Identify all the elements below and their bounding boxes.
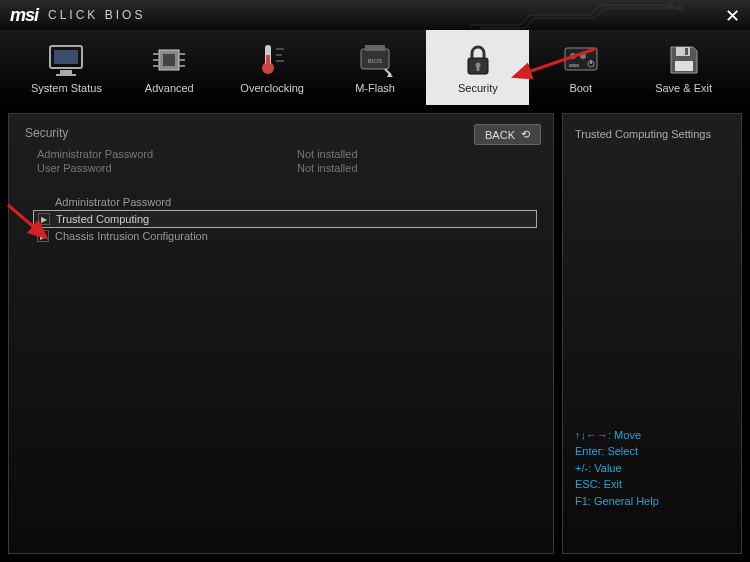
svg-rect-16 [266,55,270,67]
tab-label: Security [458,82,498,94]
submenu-arrow-icon: ▶ [37,230,49,242]
svg-rect-35 [675,61,693,71]
tab-boot[interactable]: Boot [529,30,632,105]
tab-label: Save & Exit [655,82,712,94]
tab-system-status[interactable]: System Status [15,30,118,105]
svg-rect-5 [54,50,78,64]
svg-rect-4 [56,74,76,76]
lock-icon [456,42,500,78]
tab-label: Boot [569,82,592,94]
disk-icon [662,42,706,78]
help-key-line: F1: General Help [575,493,729,510]
tab-save-exit[interactable]: Save & Exit [632,30,735,105]
brand-block: msi CLICK BIOS [10,5,145,26]
svg-rect-30 [569,64,579,67]
svg-rect-21 [365,45,385,51]
submenu-arrow-icon: ▶ [38,213,50,225]
menu-admin-password[interactable]: Administrator Password [33,194,537,210]
flash-icon: BIOS [353,42,397,78]
nav-tabs: System Status Advanced Overclocking BIOS… [0,30,750,105]
tab-label: Advanced [145,82,194,94]
menu-chassis-intrusion[interactable]: ▶ Chassis Intrusion Configuration [33,228,537,244]
pw-row-admin: Administrator Password Not installed [37,148,537,160]
monitor-icon [44,42,88,78]
tab-label: M-Flash [355,82,395,94]
menu-label: Chassis Intrusion Configuration [55,230,208,242]
chip-icon [147,42,191,78]
svg-text:BIOS: BIOS [368,58,382,64]
help-key-line: ESC: Exit [575,476,729,493]
pw-label: User Password [37,162,297,174]
svg-rect-34 [685,48,688,55]
tab-overclocking[interactable]: Overclocking [221,30,324,105]
tab-m-flash[interactable]: BIOS M-Flash [324,30,427,105]
help-panel: Trusted Computing Settings ↑↓←→: Move En… [562,113,742,554]
back-button[interactable]: BACK ⟲ [474,124,541,145]
msi-logo: msi [10,5,38,26]
svg-rect-7 [163,54,175,66]
tab-label: Overclocking [240,82,304,94]
pw-value: Not installed [297,162,358,174]
help-title: Trusted Computing Settings [575,128,729,140]
help-key-line: ↑↓←→: Move [575,427,729,444]
pw-row-user: User Password Not installed [37,162,537,174]
menu-label: Administrator Password [55,196,171,208]
pw-label: Administrator Password [37,148,297,160]
svg-point-29 [580,53,586,59]
section-title: Security [25,126,537,140]
content-area: BACK ⟲ Security Administrator Password N… [0,105,750,562]
close-icon[interactable]: ✕ [725,5,740,27]
pw-value: Not installed [297,148,358,160]
back-arrow-icon: ⟲ [521,128,530,141]
help-key-line: Enter: Select [575,443,729,460]
tab-label: System Status [31,82,102,94]
svg-rect-3 [60,70,72,74]
help-key-line: +/-: Value [575,460,729,477]
tab-advanced[interactable]: Advanced [118,30,221,105]
svg-point-28 [570,53,576,59]
title-bar: msi CLICK BIOS ✕ [0,0,750,30]
back-label: BACK [485,129,515,141]
svg-rect-26 [476,66,479,71]
bios-title: CLICK BIOS [48,8,145,22]
boot-icon [559,42,603,78]
thermometer-icon [250,42,294,78]
menu-label: Trusted Computing [56,213,149,225]
help-keys: ↑↓←→: Move Enter: Select +/-: Value ESC:… [575,427,729,540]
menu-trusted-computing[interactable]: ▶ Trusted Computing [33,210,537,228]
main-panel: BACK ⟲ Security Administrator Password N… [8,113,554,554]
decor-lines [470,0,690,30]
tab-security[interactable]: Security [426,30,529,105]
